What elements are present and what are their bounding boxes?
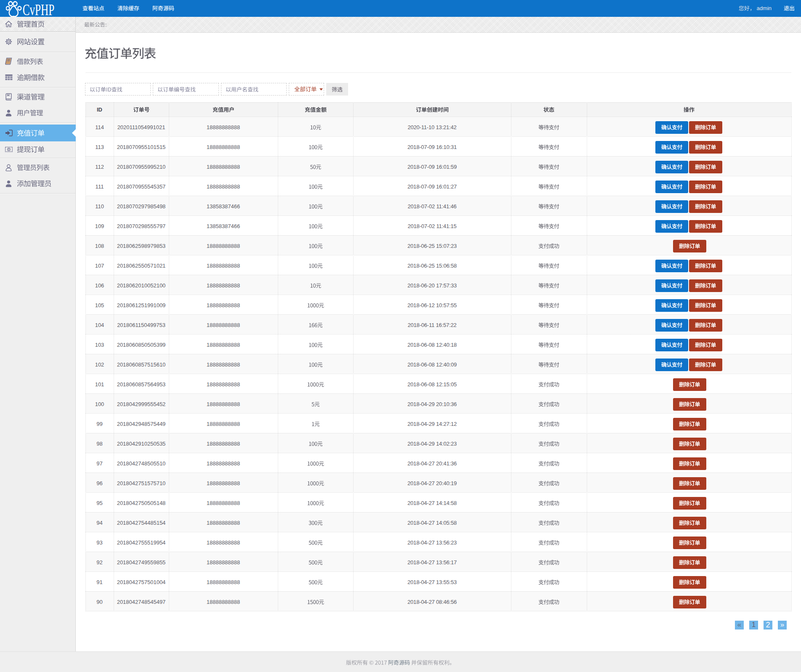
svg-text:CvPHP: CvPHP (23, 1, 55, 17)
